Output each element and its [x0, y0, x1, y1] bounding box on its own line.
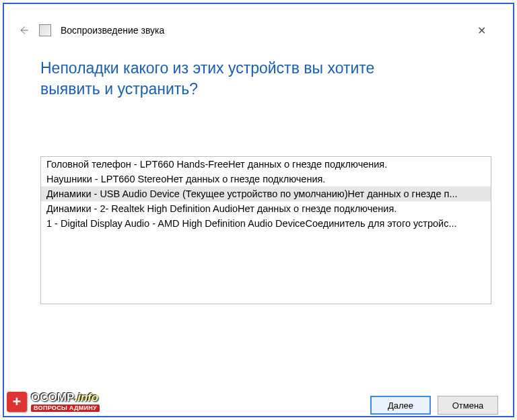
watermark-tagline: ВОПРОСЫ АДМИНУ — [31, 405, 100, 412]
button-bar: Далее Отмена — [370, 396, 498, 415]
watermark-brand: OCOMP.info — [31, 392, 100, 403]
troubleshooter-icon — [39, 24, 51, 36]
device-item[interactable]: Головной телефон - LPT660 Hands-FreeНет … — [41, 157, 491, 172]
header: Воспроизведение звука — [12, 12, 505, 42]
watermark-badge: + OCOMP.info ВОПРОСЫ АДМИНУ — [7, 392, 100, 412]
cancel-button[interactable]: Отмена — [438, 396, 498, 415]
device-item[interactable]: Динамики - 2- Realtek High Definition Au… — [41, 201, 491, 216]
back-button[interactable] — [18, 24, 30, 36]
question-heading: Неполадки какого из этих устройств вы хо… — [12, 42, 443, 108]
arrow-left-icon — [18, 25, 29, 36]
device-list[interactable]: Головной телефон - LPT660 Hands-FreeНет … — [40, 156, 491, 304]
close-icon: ✕ — [477, 25, 486, 36]
plus-icon: + — [7, 392, 27, 412]
next-button[interactable]: Далее — [370, 396, 431, 415]
device-item[interactable]: 1 - Digital Display Audio - AMD High Def… — [41, 216, 491, 231]
device-item[interactable]: Динамики - USB Audio Device (Текущее уст… — [41, 186, 491, 201]
device-item[interactable]: Наушники - LPT660 StereoНет данных о гне… — [41, 172, 491, 186]
header-title: Воспроизведение звука — [61, 25, 164, 36]
close-button[interactable]: ✕ — [471, 20, 493, 41]
